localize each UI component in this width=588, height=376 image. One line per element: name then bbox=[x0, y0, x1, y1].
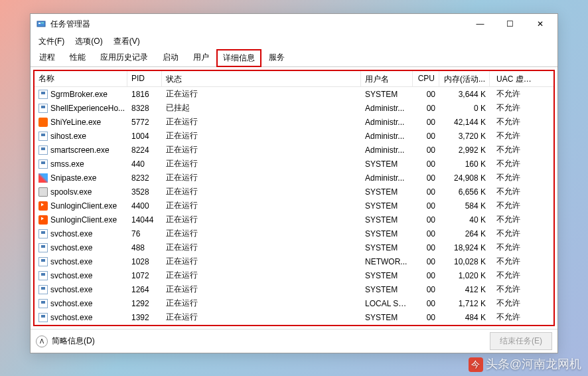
table-row[interactable]: sihost.exe1004正在运行Administr...003,720 K不… bbox=[35, 129, 553, 143]
table-row[interactable]: svchost.exe1264正在运行SYSTEM00412 K不允许 bbox=[35, 282, 553, 296]
tab-processes[interactable]: 进程 bbox=[32, 48, 62, 67]
menu-options[interactable]: 选项(O) bbox=[70, 35, 108, 48]
cell-cpu: 00 bbox=[413, 172, 439, 184]
tabbar: 进程 性能 应用历史记录 启动 用户 详细信息 服务 bbox=[31, 48, 557, 67]
column-cpu[interactable]: CPU bbox=[413, 71, 439, 86]
process-icon bbox=[38, 257, 48, 266]
cell-user: SYSTEM bbox=[361, 312, 413, 324]
column-status[interactable]: 状态 bbox=[162, 71, 361, 86]
cell-user: Administr... bbox=[361, 144, 413, 156]
column-user[interactable]: 用户名 bbox=[361, 71, 413, 86]
table-row[interactable]: ShiYeLine.exe5772正在运行Administr...0042,14… bbox=[35, 115, 553, 129]
table-row[interactable]: svchost.exe1072正在运行SYSTEM001,020 K不允许 bbox=[35, 268, 553, 282]
column-name[interactable]: 名称 bbox=[35, 71, 127, 86]
cell-pid: 8328 bbox=[127, 102, 162, 114]
cell-cpu: 00 bbox=[413, 284, 439, 296]
process-name: svchost.exe bbox=[50, 257, 92, 266]
table-row[interactable]: SunloginClient.exe4400正在运行SYSTEM00584 K不… bbox=[35, 199, 553, 213]
tab-performance[interactable]: 性能 bbox=[62, 48, 93, 67]
titlebar[interactable]: 任务管理器 — ☐ ✕ bbox=[31, 14, 557, 34]
process-icon bbox=[38, 201, 48, 211]
tab-startup[interactable]: 启动 bbox=[155, 48, 186, 67]
table-row[interactable]: svchost.exe1292正在运行LOCAL SE...001,712 K不… bbox=[35, 296, 553, 310]
process-icon bbox=[38, 229, 48, 238]
process-name: svchost.exe bbox=[50, 243, 92, 252]
cell-status: 正在运行 bbox=[162, 143, 361, 157]
tab-users[interactable]: 用户 bbox=[186, 48, 216, 67]
close-button[interactable]: ✕ bbox=[525, 14, 555, 34]
process-icon bbox=[38, 173, 48, 183]
cell-cpu: 00 bbox=[413, 186, 439, 198]
cell-name: smartscreen.exe bbox=[35, 144, 127, 156]
minimize-button[interactable]: — bbox=[465, 14, 495, 34]
cell-uac: 不允许 bbox=[490, 171, 543, 185]
cell-memory: 264 K bbox=[439, 228, 490, 240]
table-row[interactable]: spoolsv.exe3528正在运行SYSTEM006,656 K不允许 bbox=[35, 185, 553, 199]
cell-pid: 1292 bbox=[127, 298, 162, 310]
table-row[interactable]: SunloginClient.exe14044正在运行SYSTEM0040 K不… bbox=[35, 213, 553, 227]
table-row[interactable]: Snipaste.exe8232正在运行Administr...0024,908… bbox=[35, 171, 553, 185]
cell-name: svchost.exe bbox=[35, 312, 127, 324]
cell-cpu: 00 bbox=[413, 116, 439, 128]
process-name: smss.exe bbox=[50, 159, 84, 169]
cell-status: 正在运行 bbox=[162, 87, 361, 101]
menu-view[interactable]: 查看(V) bbox=[108, 35, 145, 48]
table-row[interactable]: svchost.exe1392正在运行SYSTEM00484 K不允许 bbox=[35, 310, 553, 324]
cell-status: 正在运行 bbox=[162, 213, 361, 227]
maximize-button[interactable]: ☐ bbox=[495, 14, 525, 34]
cell-uac: 不允许 bbox=[490, 240, 543, 254]
cell-uac: 不允许 bbox=[490, 199, 543, 213]
process-name: sihost.exe bbox=[50, 132, 86, 141]
cell-cpu: 00 bbox=[413, 270, 439, 282]
column-pid[interactable]: PID bbox=[127, 71, 162, 86]
process-name: SunloginClient.exe bbox=[50, 215, 117, 225]
process-icon bbox=[38, 313, 48, 322]
watermark: 今头条@河南龙网机 bbox=[469, 356, 581, 372]
cell-memory: 412 K bbox=[439, 284, 490, 296]
cell-name: SgrmBroker.exe bbox=[35, 88, 127, 100]
cell-status: 正在运行 bbox=[162, 115, 361, 129]
cell-status: 正在运行 bbox=[162, 268, 361, 282]
table-row[interactable]: svchost.exe488正在运行SYSTEM0018,924 K不允许 bbox=[35, 240, 553, 254]
chevron-up-icon: ᐱ bbox=[36, 335, 48, 347]
cell-pid: 8232 bbox=[127, 172, 162, 184]
cell-memory: 1,020 K bbox=[439, 270, 490, 282]
process-name: ShellExperienceHo... bbox=[50, 104, 125, 113]
tab-details[interactable]: 详细信息 bbox=[216, 49, 261, 67]
table-row[interactable]: smss.exe440正在运行SYSTEM00160 K不允许 bbox=[35, 157, 553, 171]
fewer-details-toggle[interactable]: ᐱ 简略信息(D) bbox=[36, 335, 95, 347]
cell-uac: 不允许 bbox=[490, 185, 543, 199]
table-body[interactable]: SgrmBroker.exe1816正在运行SYSTEM003,644 K不允许… bbox=[35, 87, 553, 325]
tab-services[interactable]: 服务 bbox=[261, 48, 292, 67]
table-row[interactable]: svchost.exe1028正在运行NETWOR...0010,028 K不允… bbox=[35, 254, 553, 268]
cell-memory: 18,924 K bbox=[439, 242, 490, 254]
process-name: svchost.exe bbox=[50, 229, 92, 238]
table-row[interactable]: svchost.exe76正在运行SYSTEM00264 K不允许 bbox=[35, 227, 553, 240]
cell-pid: 1392 bbox=[127, 312, 162, 324]
task-manager-window: 任务管理器 — ☐ ✕ 文件(F) 选项(O) 查看(V) 进程 性能 应用历史… bbox=[30, 13, 558, 353]
column-memory[interactable]: 内存(活动... bbox=[439, 71, 490, 86]
process-name: SgrmBroker.exe bbox=[50, 90, 108, 99]
menu-file[interactable]: 文件(F) bbox=[33, 35, 70, 48]
table-row[interactable]: SgrmBroker.exe1816正在运行SYSTEM003,644 K不允许 bbox=[35, 87, 553, 101]
cell-pid: 3528 bbox=[127, 186, 162, 198]
cell-pid: 1072 bbox=[127, 270, 162, 282]
table-row[interactable]: ShellExperienceHo...8328已挂起Administr...0… bbox=[35, 101, 553, 115]
tab-app-history[interactable]: 应用历史记录 bbox=[93, 48, 155, 67]
column-uac[interactable]: UAC 虚拟化 bbox=[490, 71, 543, 86]
table-row[interactable]: smartscreen.exe8224正在运行Administr...002,9… bbox=[35, 143, 553, 157]
cell-cpu: 00 bbox=[413, 242, 439, 254]
cell-uac: 不允许 bbox=[490, 254, 543, 268]
cell-name: svchost.exe bbox=[35, 284, 127, 296]
process-icon bbox=[38, 271, 48, 280]
cell-user: Administr... bbox=[361, 130, 413, 142]
cell-user: SYSTEM bbox=[361, 200, 413, 212]
cell-name: svchost.exe bbox=[35, 228, 127, 240]
cell-memory: 3,644 K bbox=[439, 88, 490, 100]
end-task-button[interactable]: 结束任务(E) bbox=[490, 332, 552, 350]
cell-pid: 8224 bbox=[127, 144, 162, 156]
process-icon bbox=[38, 90, 48, 99]
cell-memory: 584 K bbox=[439, 200, 490, 212]
cell-user: SYSTEM bbox=[361, 88, 413, 100]
process-icon bbox=[38, 132, 48, 141]
